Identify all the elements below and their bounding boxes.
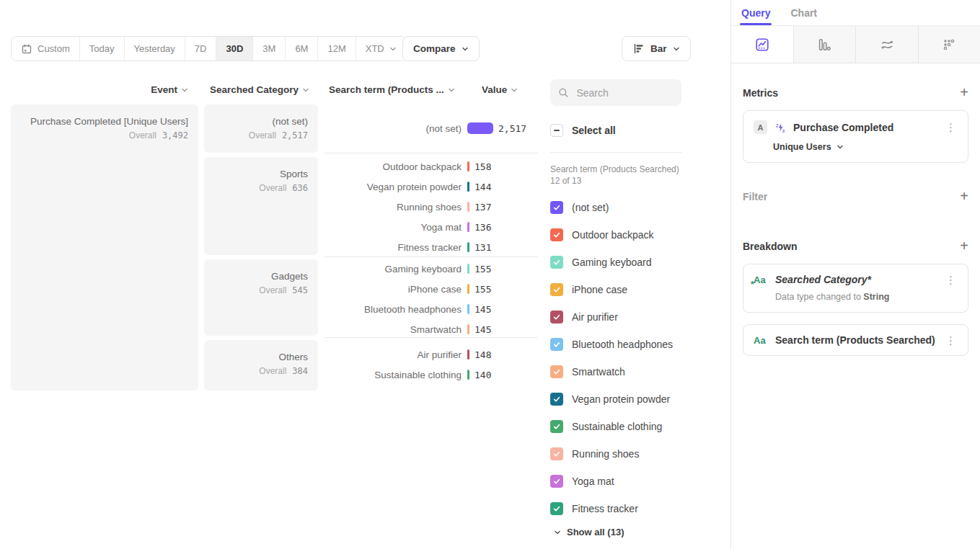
segment-item-air-purifier[interactable]: Air purifier [550, 303, 727, 331]
check-icon [552, 367, 561, 376]
event-cell[interactable]: Purchase Completed [Unique Users] Overal… [11, 104, 198, 390]
report-tab-insights[interactable] [731, 26, 794, 63]
check-icon [552, 340, 561, 349]
segment-checkbox[interactable] [550, 256, 563, 269]
query-sidebar: Query Chart Metrics + A Purchase Complet… [730, 0, 980, 549]
category-header-label: Searched Category [210, 84, 299, 95]
compare-button[interactable]: Compare [402, 36, 480, 61]
add-metric-button[interactable]: + [960, 86, 968, 99]
segment-item-gaming-keyboard[interactable]: Gaming keyboard [550, 249, 727, 276]
value-row-iphone-case[interactable]: iPhone case155 [325, 279, 538, 299]
segment-checkbox-list: (not set)Outdoor backpackGaming keyboard… [550, 194, 727, 522]
segment-item-yoga-mat[interactable]: Yoga mat [550, 468, 727, 495]
segment-item-outdoor-backpack[interactable]: Outdoor backpack [550, 221, 727, 249]
overall-value: 545 [292, 285, 308, 295]
value-row-fitness-tracker[interactable]: Fitness tracker131 [325, 237, 538, 257]
value-row-gaming-keyboard[interactable]: Gaming keyboard155 [325, 259, 538, 279]
segment-item--not-set-[interactable]: (not set) [550, 194, 727, 221]
tab-query[interactable]: Query [741, 0, 770, 25]
category-cell-others[interactable]: OthersOverall384 [204, 340, 318, 390]
segment-item-bluetooth-headphones[interactable]: Bluetooth headphones [550, 331, 727, 358]
metric-kebab-menu[interactable]: ⋮ [944, 122, 958, 133]
segment-checkbox[interactable] [550, 393, 563, 406]
select-all-checkbox[interactable] [550, 124, 563, 137]
value-number: 158 [474, 161, 491, 172]
value-row-sustainable-clothing[interactable]: Sustainable clothing140 [325, 365, 538, 385]
date-range-3m[interactable]: 3M [252, 37, 285, 61]
date-range-custom[interactable]: Custom [12, 37, 79, 61]
value-row--not-set-[interactable]: (not set)2,517 [325, 118, 538, 138]
segment-checkbox[interactable] [550, 201, 563, 214]
column-header-searched-category[interactable]: Searched Category [204, 84, 309, 95]
metrics-header: Metrics + [743, 86, 968, 99]
segment-checkbox[interactable] [550, 228, 563, 241]
chevron-down-icon [462, 45, 469, 53]
column-header-event[interactable]: Event [11, 84, 188, 95]
category-cell-sports[interactable]: SportsOverall636 [204, 157, 318, 255]
value-row-air-purifier[interactable]: Air purifier148 [325, 344, 538, 365]
category-cell--not-set-[interactable]: (not set)Overall2,517 [204, 104, 318, 153]
value-row-bluetooth-headphones[interactable]: Bluetooth headphones145 [325, 299, 538, 319]
breakdown-name: Searched Category* [775, 274, 937, 285]
search-input[interactable] [575, 86, 674, 99]
chevron-down-icon [389, 45, 397, 53]
overall-label: Overall [259, 285, 286, 295]
segment-checkbox[interactable] [550, 338, 563, 351]
segment-item-smartwatch[interactable]: Smartwatch [550, 358, 727, 385]
segment-search-box[interactable] [550, 79, 681, 106]
date-range-12m[interactable]: 12M [317, 37, 355, 61]
segment-item-fitness-tracker[interactable]: Fitness tracker [550, 495, 727, 522]
date-range-6m[interactable]: 6M [285, 37, 317, 61]
show-all-link[interactable]: Show all (13) [554, 527, 624, 537]
segment-item-running-shoes[interactable]: Running shoes [550, 440, 727, 468]
value-group-others: Air purifier148Sustainable clothing140 [325, 337, 538, 390]
segment-item-vegan-protein-powder[interactable]: Vegan protein powder [550, 385, 727, 413]
metric-aggregation[interactable]: Unique Users [773, 142, 958, 152]
check-icon [552, 422, 561, 431]
breakdown-card-searched-category[interactable]: Aa* Searched Category* ⋮ Data type chang… [743, 264, 968, 313]
event-overall: Overall3,492 [11, 130, 188, 140]
breakdown-name: Search term (Products Searched) [775, 334, 937, 346]
report-tab-retention[interactable] [919, 26, 980, 63]
value-header-label: Value [482, 84, 507, 95]
value-group-gadgets: Gaming keyboard155iPhone case155Bluetoot… [325, 256, 538, 337]
column-header-search-term[interactable]: Search term (Products ... [329, 84, 473, 95]
breakdown-kebab-menu[interactable]: ⋮ [944, 335, 958, 346]
segment-checkbox[interactable] [550, 365, 563, 378]
value-row-smartwatch[interactable]: Smartwatch145 [325, 319, 538, 339]
segment-checkbox[interactable] [550, 502, 563, 515]
segment-checkbox[interactable] [550, 311, 563, 323]
value-number: 137 [474, 202, 491, 213]
segment-checkbox[interactable] [550, 283, 563, 296]
tab-chart[interactable]: Chart [790, 0, 817, 25]
date-range-30d[interactable]: 30D [216, 37, 252, 61]
report-tab-flows[interactable] [856, 26, 919, 63]
date-range-yesterday[interactable]: Yesterday [124, 37, 185, 61]
category-cell-gadgets[interactable]: GadgetsOverall545 [204, 259, 318, 336]
segment-checkbox[interactable] [550, 420, 563, 433]
breakdown-kebab-menu[interactable]: ⋮ [944, 274, 958, 285]
date-range-xtd[interactable]: XTD [356, 37, 406, 61]
string-property-icon: Aa* [754, 274, 769, 285]
value-row-vegan-protein-powder[interactable]: Vegan protein powder144 [325, 177, 538, 197]
breakdown-card-search-term[interactable]: Aa Search term (Products Searched) ⋮ [743, 324, 968, 356]
value-row-yoga-mat[interactable]: Yoga mat136 [325, 217, 538, 237]
date-range-7d[interactable]: 7D [185, 37, 216, 61]
term-label: (not set) [325, 123, 462, 134]
column-header-value[interactable]: Value [482, 84, 532, 95]
value-row-outdoor-backpack[interactable]: Outdoor backpack158 [325, 156, 538, 177]
add-filter-button[interactable]: + [960, 190, 968, 202]
date-range-label: 3M [262, 43, 275, 54]
segment-item-iphone-case[interactable]: iPhone case [550, 276, 727, 303]
select-all-row[interactable]: Select all [550, 124, 616, 137]
value-row-running-shoes[interactable]: Running shoes137 [325, 197, 538, 217]
segment-checkbox[interactable] [550, 447, 563, 460]
chart-type-button[interactable]: Bar [622, 36, 691, 61]
segment-checkbox[interactable] [550, 475, 563, 488]
add-breakdown-button[interactable]: + [960, 240, 968, 252]
metric-card[interactable]: A Purchase Completed ⋮ Unique Users [743, 110, 968, 163]
report-tab-funnels[interactable] [794, 26, 857, 63]
check-icon [552, 477, 561, 486]
date-range-today[interactable]: Today [79, 37, 124, 61]
segment-item-sustainable-clothing[interactable]: Sustainable clothing [550, 413, 727, 440]
